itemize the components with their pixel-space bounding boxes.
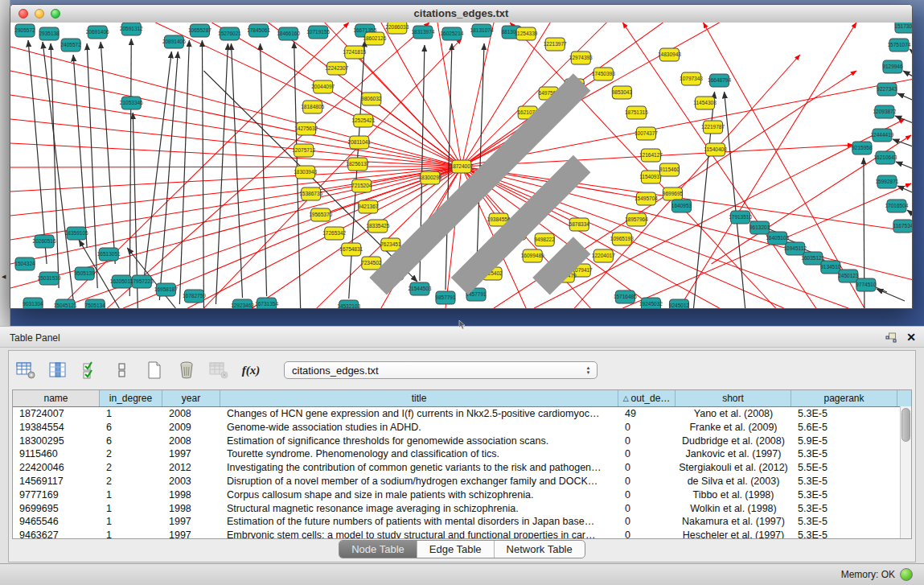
table-cell[interactable]: 9465546: [13, 515, 100, 529]
network-view-window[interactable]: citations_edges.txt 29055722935138240557…: [10, 4, 913, 309]
table-row[interactable]: 946362711997Embryonic stem cells: a mode…: [13, 529, 911, 539]
table-row[interactable]: 911546021997Tourette syndrome. Phenomeno…: [13, 447, 911, 461]
table-row[interactable]: 969969511998Structural magnetic resonanc…: [13, 502, 911, 516]
table-cell[interactable]: 1998: [162, 488, 220, 502]
table-cell[interactable]: 14569117: [13, 475, 100, 488]
table-cell[interactable]: 22420046: [13, 461, 100, 475]
memory-status-indicator[interactable]: [900, 568, 913, 581]
tab-edge-table[interactable]: Edge Table: [417, 541, 494, 558]
table-mode-button[interactable]: [15, 360, 36, 381]
table-cell[interactable]: Nakamura et al. (1997): [676, 515, 791, 529]
table-cell[interactable]: 1998: [162, 502, 220, 516]
scrollbar-thumb[interactable]: [901, 408, 910, 442]
table-cell[interactable]: 6: [100, 421, 162, 435]
table-cell[interactable]: 0: [618, 435, 676, 448]
table-row[interactable]: 2242004622012Investigating the contribut…: [13, 461, 911, 475]
column-header-pagerank[interactable]: pagerank: [791, 390, 897, 406]
table-cell[interactable]: 2008: [162, 407, 220, 421]
table-cell[interactable]: 5.5E-5: [791, 461, 897, 475]
function-builder-button[interactable]: f(x): [240, 360, 261, 381]
table-cell[interactable]: 2008: [162, 435, 220, 448]
network-canvas-area[interactable]: 2905572293513824055722069140620591312208…: [10, 23, 912, 308]
table-row[interactable]: 1872400712008Changes of HCN gene express…: [13, 407, 911, 421]
table-cell[interactable]: 2: [100, 475, 162, 488]
table-cell[interactable]: Tibbo et al. (1998): [676, 488, 791, 502]
table-cell[interactable]: Jankovic et al. (1997): [676, 447, 791, 461]
table-cell[interactable]: Corpus callosum shape and size in male p…: [220, 488, 618, 502]
table-cell[interactable]: 0: [618, 475, 676, 488]
table-cell[interactable]: Changes of HCN gene expression and I(f) …: [220, 407, 618, 421]
table-cell[interactable]: 1997: [162, 447, 220, 461]
table-cell[interactable]: 5.3E-5: [791, 488, 897, 502]
table-cell[interactable]: 2003: [162, 475, 220, 488]
table-cell[interactable]: 9777169: [13, 488, 100, 502]
close-panel-icon[interactable]: ✕: [906, 332, 916, 343]
table-cell[interactable]: de Silva et al. (2003): [676, 475, 791, 488]
table-cell[interactable]: Dudbridge et al. (2008): [676, 435, 791, 448]
float-panel-icon[interactable]: [885, 332, 897, 343]
table-cell[interactable]: Genome-wide association studies in ADHD.: [220, 421, 618, 435]
table-cell[interactable]: 1997: [162, 515, 220, 529]
row-selection-button[interactable]: [80, 360, 101, 381]
table-cell[interactable]: 6: [100, 435, 162, 448]
table-cell[interactable]: 5.6E-5: [791, 421, 897, 435]
table-cell[interactable]: 5.3E-5: [791, 447, 897, 461]
table-cell[interactable]: 1997: [162, 529, 220, 539]
table-cell[interactable]: Investigating the contribution of common…: [220, 461, 618, 475]
table-cell[interactable]: Tourette syndrome. Phenomenology and cla…: [220, 447, 618, 461]
tab-node-table[interactable]: Node Table: [339, 541, 417, 558]
delete-column-button[interactable]: [176, 360, 197, 381]
table-cell[interactable]: Structural magnetic resonance image aver…: [220, 502, 618, 516]
resize-grip[interactable]: [10, 23, 910, 307]
table-cell[interactable]: 19384554: [13, 421, 100, 435]
table-cell[interactable]: 2012: [162, 461, 220, 475]
table-row[interactable]: 1938455462009Genome-wide association stu…: [13, 421, 911, 435]
table-cell[interactable]: 2: [100, 447, 162, 461]
table-cell[interactable]: 5.3E-5: [791, 529, 897, 539]
column-header-year[interactable]: year: [162, 390, 220, 406]
table-cell[interactable]: 0: [618, 488, 676, 502]
table-cell[interactable]: 9699695: [13, 502, 100, 516]
table-cell[interactable]: 0: [618, 515, 676, 529]
table-cell[interactable]: 0: [618, 529, 676, 539]
table-cell[interactable]: 2: [100, 461, 162, 475]
new-column-button[interactable]: [144, 360, 165, 381]
column-header-name[interactable]: name: [13, 390, 100, 406]
column-header-out_de[interactable]: △out_de…: [618, 390, 676, 406]
table-cell[interactable]: 1: [100, 529, 162, 539]
splitter-collapse-icon[interactable]: ◀: [2, 274, 6, 280]
table-row[interactable]: 977716911998Corpus callosum shape and si…: [13, 488, 911, 502]
table-cell[interactable]: Hescheler et al. (1997): [676, 529, 791, 539]
table-cell[interactable]: 49: [618, 407, 676, 421]
table-cell[interactable]: 1: [100, 488, 162, 502]
table-cell[interactable]: Wolkin et al. (1998): [676, 502, 791, 516]
row-height-button[interactable]: [112, 360, 133, 381]
table-cell[interactable]: 0: [618, 421, 676, 435]
column-header-title[interactable]: title: [220, 390, 618, 406]
table-cell[interactable]: 5.3E-5: [791, 407, 897, 421]
table-cell[interactable]: 0: [618, 502, 676, 516]
table-cell[interactable]: 1: [100, 515, 162, 529]
table-cell[interactable]: Estimation of significance thresholds fo…: [220, 435, 618, 448]
window-titlebar[interactable]: citations_edges.txt: [10, 5, 912, 23]
table-select-dropdown[interactable]: citations_edges.txt ▲▼: [284, 361, 598, 379]
table-cell[interactable]: 1: [100, 407, 162, 421]
table-cell[interactable]: Franke et al. (2009): [676, 421, 791, 435]
table-cell[interactable]: 2009: [162, 421, 220, 435]
table-cell[interactable]: 5.3E-5: [791, 502, 897, 516]
table-cell[interactable]: Disruption of a novel member of a sodium…: [220, 475, 618, 488]
table-row[interactable]: 946554611997Estimation of the future num…: [13, 515, 911, 529]
tab-network-table[interactable]: Network Table: [494, 541, 585, 558]
table-cell[interactable]: 5.3E-5: [791, 515, 897, 529]
table-cell[interactable]: Yano et al. (2008): [676, 407, 791, 421]
table-cell[interactable]: Embryonic stem cells: a model to study s…: [220, 529, 618, 539]
select-columns-button[interactable]: [47, 360, 68, 381]
table-cell[interactable]: Stergiakouli et al. (2012): [676, 461, 791, 475]
table-cell[interactable]: 9115460: [13, 447, 100, 461]
table-cell[interactable]: 5.9E-5: [791, 435, 897, 448]
table-row[interactable]: 1456911722003Disruption of a novel membe…: [13, 475, 911, 488]
table-cell[interactable]: 0: [618, 461, 676, 475]
table-cell[interactable]: 0: [618, 447, 676, 461]
table-row[interactable]: 1830029562008Estimation of significance …: [13, 435, 911, 448]
table-cell[interactable]: 1: [100, 502, 162, 516]
